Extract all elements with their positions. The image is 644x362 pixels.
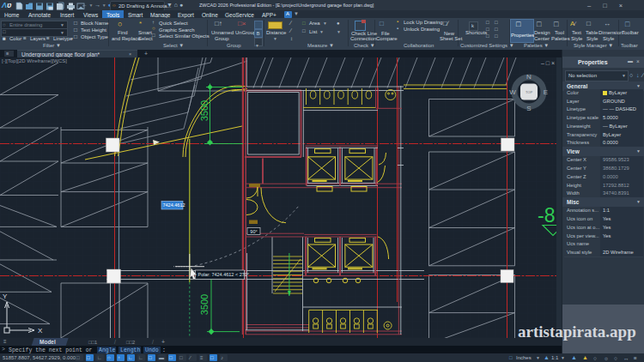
svg-text:E: E [544,88,548,96]
svg-text:7424.4612: 7424.4612 [163,202,185,208]
svg-text:X: X [38,327,43,335]
svg-text:3500: 3500 [199,294,210,315]
svg-text:3500: 3500 [199,100,210,121]
svg-text:TOP: TOP [526,90,532,94]
svg-text:N: N [526,73,532,81]
svg-text:Polar: 7424.4612 < 270°: Polar: 7424.4612 < 270° [198,272,250,277]
svg-text:– □ ×: – □ × [541,60,555,66]
svg-text:W: W [509,88,516,96]
svg-text:90°: 90° [250,229,257,234]
svg-text:S: S [526,105,531,112]
svg-text:Y: Y [3,293,8,300]
